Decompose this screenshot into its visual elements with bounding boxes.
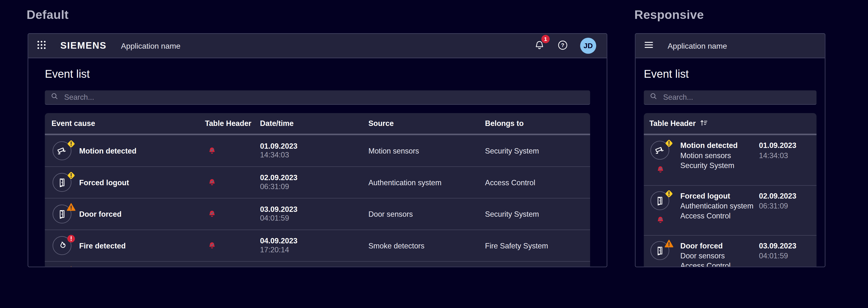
responsive-app-header: Application name bbox=[636, 34, 825, 58]
door-icon bbox=[57, 208, 68, 220]
event-date: 03.09.2023 bbox=[759, 241, 811, 251]
event-type-icon-circle bbox=[650, 191, 669, 210]
source-cell: Smoke detectors bbox=[369, 242, 485, 250]
event-date: 04.09.2023 bbox=[260, 237, 298, 246]
warning-triangle-icon bbox=[664, 239, 674, 248]
list-item[interactable]: Motion detected Motion sensors Security … bbox=[644, 135, 816, 185]
source-cell: Authentication system bbox=[369, 178, 485, 187]
notifications-button[interactable]: 1 bbox=[534, 39, 545, 52]
event-type-icon-circle bbox=[53, 205, 71, 223]
event-source-label: Motion sensors bbox=[680, 151, 759, 161]
warning-triangle-icon bbox=[66, 265, 76, 267]
event-type-icon-circle bbox=[53, 236, 71, 255]
item-text-column: Motion detected Motion sensors Security … bbox=[680, 141, 759, 185]
date-time-cell: 04.09.2023 17:20:14 bbox=[260, 237, 368, 254]
sort-header-label: Table Header bbox=[649, 119, 696, 128]
event-time: 06:31:09 bbox=[759, 201, 811, 211]
event-date: 03.09.2023 bbox=[260, 205, 298, 214]
alarm-checked-icon bbox=[208, 209, 217, 218]
event-time: 04:01:59 bbox=[260, 214, 289, 223]
list-item[interactable]: Forced logout Authentication system Acce… bbox=[644, 185, 816, 235]
table-row[interactable]: Forced logout 02.09.2023 06:31:09 Authen… bbox=[45, 166, 590, 198]
event-belongs-to-label: Access Control bbox=[680, 211, 759, 221]
table-row[interactable]: Fire detected 04.09.2023 17:20:14 Smoke … bbox=[45, 229, 590, 261]
date-time-cell: 03.09.2023 04:01:59 bbox=[260, 205, 368, 223]
table-header-row: Event cause Table Header Date/time Sourc… bbox=[45, 113, 590, 134]
help-icon: ? bbox=[557, 39, 568, 52]
item-text-column: Forced logout Authentication system Acce… bbox=[680, 191, 759, 235]
default-variant-card: SIEMENS Application name 1 ? JD Event li… bbox=[28, 33, 607, 267]
item-text-column: Door forced Door sensors Access Control bbox=[680, 241, 759, 267]
event-type-icon-circle bbox=[650, 141, 669, 160]
warning-diamond-icon bbox=[664, 139, 674, 148]
item-date-column: 02.09.2023 06:31:09 bbox=[759, 191, 811, 235]
status-cell bbox=[205, 241, 260, 250]
responsive-list-body: Motion detected Motion sensors Security … bbox=[644, 135, 816, 267]
event-date: 02.09.2023 bbox=[759, 191, 811, 201]
alarm-checked-icon bbox=[650, 260, 665, 267]
event-type-icon-circle bbox=[53, 173, 71, 192]
belongs-to-cell: Security System bbox=[485, 210, 590, 218]
menu-button[interactable] bbox=[643, 39, 654, 52]
event-time: 17:20:14 bbox=[260, 246, 289, 254]
responsive-event-list: Table Header Motion detected Motion sens… bbox=[644, 113, 816, 267]
sort-ascending-icon bbox=[700, 118, 708, 128]
door-icon bbox=[654, 245, 665, 256]
event-date: 02.09.2023 bbox=[260, 174, 298, 183]
event-cause-cell: Door forced bbox=[45, 205, 205, 223]
item-icon-column bbox=[650, 241, 680, 267]
column-header-source: Source bbox=[369, 119, 485, 128]
event-source-label: Authentication system bbox=[680, 201, 759, 211]
application-name: Application name bbox=[668, 41, 727, 50]
table-row[interactable]: Motion detected 01.09.2023 14:34:03 Moti… bbox=[45, 135, 590, 166]
design-canvas: Default Responsive SIEMENS Application n… bbox=[0, 0, 868, 308]
alert-circle-icon bbox=[66, 234, 76, 243]
svg-text:?: ? bbox=[561, 42, 564, 48]
app-switcher-icon bbox=[36, 39, 47, 52]
table-header-divider bbox=[644, 134, 816, 135]
source-cell: Motion sensors bbox=[369, 147, 485, 155]
column-header-event-cause: Event cause bbox=[45, 119, 205, 128]
door-icon bbox=[654, 195, 665, 206]
alarm-checked-icon bbox=[650, 160, 665, 174]
event-cause-label: Forced logout bbox=[79, 178, 129, 187]
event-date: 01.09.2023 bbox=[260, 142, 298, 151]
status-cell bbox=[205, 178, 260, 187]
date-time-cell: 02.09.2023 06:31:09 bbox=[260, 174, 368, 191]
search-field bbox=[644, 90, 816, 105]
date-time-cell: 01.09.2023 14:34:03 bbox=[260, 142, 368, 160]
belongs-to-cell: Access Control bbox=[485, 178, 590, 187]
sort-header[interactable]: Table Header bbox=[644, 113, 816, 134]
event-cause-label: Motion detected bbox=[680, 141, 759, 151]
event-source-label: Door sensors bbox=[680, 251, 759, 261]
column-header-table-header: Table Header bbox=[205, 119, 260, 128]
source-cell: Door sensors bbox=[369, 210, 485, 218]
event-cause-label: Fire detected bbox=[79, 242, 125, 250]
list-item[interactable]: Door forced Door sensors Access Control … bbox=[644, 235, 816, 267]
help-button[interactable]: ? bbox=[557, 39, 568, 52]
event-table: Event cause Table Header Date/time Sourc… bbox=[45, 113, 590, 267]
siemens-logo: SIEMENS bbox=[60, 40, 106, 51]
belongs-to-cell: Fire Safety System bbox=[485, 242, 590, 250]
search-input[interactable] bbox=[63, 92, 585, 102]
event-cause-cell: Forced logout bbox=[45, 173, 205, 192]
page-title: Event list bbox=[45, 67, 590, 80]
column-header-date-time: Date/time bbox=[260, 119, 368, 128]
event-belongs-to-label: Access Control bbox=[680, 261, 759, 267]
header-actions: 1 ? JD bbox=[534, 38, 599, 54]
default-card-body: Event list Event cause Table Header Date… bbox=[28, 67, 607, 267]
cctv-camera-icon bbox=[57, 145, 68, 157]
item-icon-column bbox=[650, 141, 680, 185]
warning-diamond-icon bbox=[664, 189, 674, 199]
user-avatar[interactable]: JD bbox=[580, 38, 596, 54]
event-time: 04:01:59 bbox=[759, 251, 811, 261]
event-time: 14:34:03 bbox=[759, 151, 811, 161]
event-time: 06:31:09 bbox=[260, 182, 289, 191]
event-cause-cell: Motion detected bbox=[45, 141, 205, 160]
event-cause-label: Forced logout bbox=[680, 191, 759, 201]
search-icon bbox=[50, 92, 59, 103]
app-switcher-button[interactable] bbox=[36, 39, 47, 52]
search-input[interactable] bbox=[662, 92, 811, 102]
table-row[interactable]: Door forced 03.09.2023 04:01:59 Door sen… bbox=[45, 198, 590, 229]
table-row[interactable]: 05.09.2023 bbox=[45, 261, 590, 267]
